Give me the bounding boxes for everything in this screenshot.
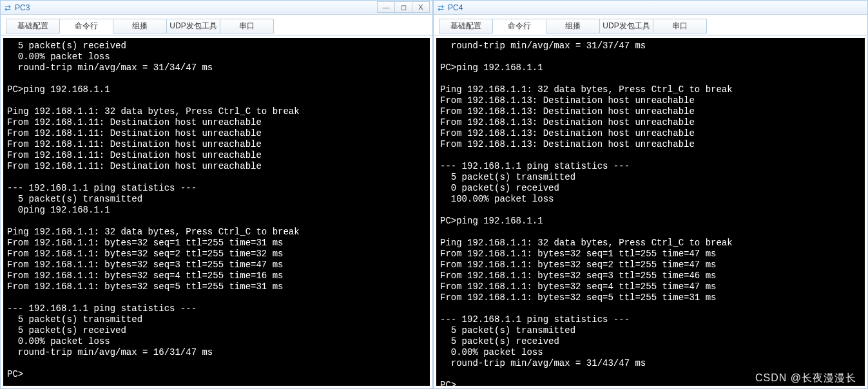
tabbar-pc4: 基础配置 命令行 组播 UDP发包工具 串口 (434, 15, 867, 35)
terminal-container-pc4: round-trip min/avg/max = 31/37/47 ms PC>… (434, 35, 867, 388)
tab-multicast[interactable]: 组播 (113, 19, 167, 33)
tab-command-line[interactable]: 命令行 (59, 19, 113, 33)
minimize-button[interactable]: — (377, 1, 395, 13)
tab-serial[interactable]: 串口 (220, 19, 274, 33)
window-controls: — ◻ X (378, 1, 430, 13)
tab-command-line[interactable]: 命令行 (492, 19, 546, 33)
window-pc4: ⇄ PC4 基础配置 命令行 组播 UDP发包工具 串口 round-trip … (433, 0, 868, 389)
titlebar-pc3[interactable]: ⇄ PC3 — ◻ X (1, 1, 432, 15)
tab-udp-tool[interactable]: UDP发包工具 (166, 19, 220, 33)
terminal-pc4[interactable]: round-trip min/avg/max = 31/37/47 ms PC>… (436, 38, 865, 386)
tab-serial[interactable]: 串口 (653, 19, 707, 33)
close-button[interactable]: X (412, 1, 430, 13)
tab-basic-config[interactable]: 基础配置 (6, 19, 60, 33)
window-title: PC3 (15, 3, 30, 12)
tab-multicast[interactable]: 组播 (546, 19, 600, 33)
window-title: PC4 (448, 3, 463, 12)
tab-basic-config[interactable]: 基础配置 (439, 19, 493, 33)
tabbar-pc3: 基础配置 命令行 组播 UDP发包工具 串口 (1, 15, 432, 35)
window-pc3: ⇄ PC3 — ◻ X 基础配置 命令行 组播 UDP发包工具 串口 5 pac… (0, 0, 433, 389)
terminal-container-pc3: 5 packet(s) received 0.00% packet loss r… (1, 35, 432, 388)
terminal-pc3[interactable]: 5 packet(s) received 0.00% packet loss r… (3, 38, 430, 386)
maximize-button[interactable]: ◻ (394, 1, 412, 13)
app-icon: ⇄ (436, 3, 445, 12)
app-icon: ⇄ (3, 3, 12, 12)
titlebar-pc4[interactable]: ⇄ PC4 (434, 1, 867, 15)
tab-udp-tool[interactable]: UDP发包工具 (599, 19, 653, 33)
